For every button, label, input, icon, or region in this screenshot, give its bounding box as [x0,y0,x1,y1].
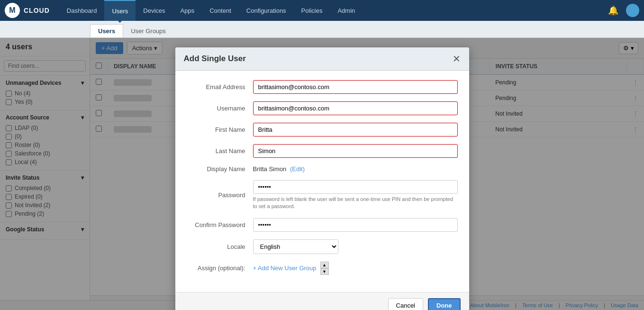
arrow-up-button[interactable]: ▲ [320,262,329,268]
user-avatar[interactable] [626,4,639,17]
app-title: CLOUD [24,7,50,14]
bell-icon[interactable]: 🔔 [608,5,618,16]
first-name-input[interactable] [253,123,458,137]
main-layout: 4 users Unmanaged Devices ▾ No (4) Yes (… [0,38,644,310]
locale-select[interactable]: English French German Spanish [253,239,338,254]
password-field-container: If password is left blank the user will … [253,180,458,210]
sub-navigation: Users User Groups [0,21,644,38]
password-label: Password [187,191,253,199]
locale-field-container: English French German Spanish [253,239,458,254]
username-row: Username [187,101,458,115]
first-name-label: First Name [187,126,253,133]
arrow-down-button[interactable]: ▼ [320,268,329,275]
last-name-label: Last Name [187,147,253,155]
top-navigation: M CLOUD Dashboard Users Devices Apps Con… [0,0,644,21]
nav-users[interactable]: Users [104,0,136,21]
modal-title: Add Single User [184,54,246,64]
email-label: Email Address [187,83,253,91]
tab-user-groups[interactable]: User Groups [123,25,173,37]
add-user-modal: Add Single User ✕ Email Address Username [175,47,469,310]
confirm-password-input[interactable] [253,218,458,232]
nav-apps[interactable]: Apps [173,0,202,21]
email-input[interactable] [253,80,458,94]
cancel-button[interactable]: Cancel [388,298,423,310]
username-input[interactable] [253,101,458,115]
locale-row: Locale English French German Spanish [187,239,458,254]
modal-overlay: Add Single User ✕ Email Address Username [0,38,644,310]
display-name-label: Display Name [187,165,253,173]
nav-dashboard[interactable]: Dashboard [59,0,105,21]
confirm-password-row: Confirm Password [187,218,458,232]
assign-row: Assign (optional): + Add New User Group … [187,262,458,275]
confirm-password-label: Confirm Password [187,221,253,228]
add-user-group-link[interactable]: + Add New User Group [253,264,317,272]
display-name-field-container: Britta Simon (Edit) [253,165,458,173]
locale-label: Locale [187,243,253,250]
nav-content[interactable]: Content [202,0,239,21]
edit-display-name-link[interactable]: (Edit) [290,165,305,173]
nav-configurations[interactable]: Configurations [239,0,294,21]
assign-field-container: + Add New User Group ▲ ▼ [253,262,458,275]
nav-devices[interactable]: Devices [136,0,172,21]
username-label: Username [187,105,253,112]
done-button[interactable]: Done [428,298,461,310]
modal-body: Email Address Username First Name [175,71,469,292]
password-row: Password If password is left blank the u… [187,180,458,210]
email-row: Email Address [187,80,458,94]
assign-arrows: ▲ ▼ [320,262,329,275]
password-hint: If password is left blank the user will … [253,196,458,210]
modal-footer: Cancel Done [175,292,469,310]
email-field-container [253,80,458,94]
nav-right: 🔔 [608,4,639,17]
nav-policies[interactable]: Policies [294,0,330,21]
display-name-value: Britta Simon [253,165,287,173]
tab-users[interactable]: Users [90,24,123,37]
last-name-input[interactable] [253,144,458,158]
close-button[interactable]: ✕ [453,54,461,64]
display-name-row: Display Name Britta Simon (Edit) [187,165,458,173]
first-name-field-container [253,123,458,137]
nav-admin[interactable]: Admin [330,0,363,21]
confirm-password-field-container [253,218,458,232]
logo-icon: M [5,3,20,18]
nav-items: Dashboard Users Devices Apps Content Con… [59,0,363,21]
last-name-field-container [253,144,458,158]
modal-header: Add Single User ✕ [175,47,469,71]
username-field-container [253,101,458,115]
assign-label: Assign (optional): [187,264,253,272]
password-input[interactable] [253,180,458,194]
logo-letter: M [9,6,15,15]
last-name-row: Last Name [187,144,458,158]
logo-area: M CLOUD [5,3,50,18]
first-name-row: First Name [187,123,458,137]
